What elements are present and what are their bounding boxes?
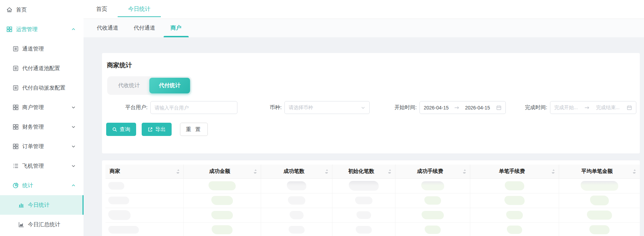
currency-select[interactable]: 请选择币种 — [284, 101, 370, 114]
table-cell — [183, 222, 261, 236]
doc-icon — [13, 65, 19, 71]
start-date-from[interactable]: 2026-04-15 — [424, 105, 449, 111]
chevron-up-icon — [71, 27, 76, 32]
sidebar-item-9[interactable]: 统计 — [0, 176, 84, 195]
sort-icon[interactable] — [388, 169, 392, 174]
sort-icon[interactable] — [176, 169, 180, 174]
table-row — [105, 222, 640, 236]
start-time-range-picker[interactable]: 2026-04-15 2026-04-15 — [419, 101, 506, 114]
primary-tab-0[interactable]: 首页 — [86, 0, 118, 18]
redacted-value — [587, 211, 612, 220]
secondary-tab-1[interactable]: 代付通道 — [134, 19, 155, 37]
sidebar-item-7[interactable]: 订单管理 — [0, 137, 84, 156]
query-button-label: 查询 — [120, 126, 130, 133]
table-cell — [470, 178, 559, 193]
sidebar-item-2[interactable]: 通道管理 — [0, 39, 84, 59]
export-icon — [148, 127, 153, 132]
sidebar-item-3[interactable]: 代付通道池配置 — [0, 59, 84, 78]
export-button-label: 导出 — [155, 126, 166, 133]
column-header-1[interactable]: 成功金额 — [183, 165, 261, 178]
redacted-value — [349, 181, 379, 191]
platform-user-input[interactable] — [155, 105, 233, 111]
chevron-down-icon — [71, 144, 76, 149]
column-label: 平均单笔金额 — [581, 168, 613, 174]
column-header-0[interactable]: 商家 — [105, 165, 183, 178]
range-arrow-icon — [584, 105, 590, 111]
redacted-value — [506, 211, 523, 219]
toggle-option-1[interactable]: 代付统计 — [149, 78, 190, 93]
sidebar-item-5[interactable]: 商户管理 — [0, 98, 84, 117]
sidebar-item-0[interactable]: 首页 — [0, 0, 84, 20]
sort-icon[interactable] — [325, 169, 329, 174]
sort-icon[interactable] — [552, 169, 556, 174]
finish-date-to-placeholder[interactable]: 完成结束... — [596, 105, 620, 111]
calendar-icon — [496, 105, 502, 111]
table-row — [105, 178, 640, 193]
search-icon — [112, 127, 117, 132]
sidebar-item-10[interactable]: 今日统计 — [0, 195, 84, 215]
table-cell — [183, 178, 261, 193]
table-row — [105, 193, 640, 208]
doc-icon — [13, 46, 19, 52]
reset-button[interactable]: 重 置 — [180, 123, 208, 136]
table-cell — [183, 193, 261, 208]
sidebar-item-label: 首页 — [16, 6, 27, 14]
query-button[interactable]: 查询 — [106, 123, 136, 136]
table-cell — [261, 178, 332, 193]
sidebar-item-label: 飞机管理 — [22, 162, 44, 170]
range-arrow-icon — [454, 105, 460, 111]
secondary-tab-2[interactable]: 商户 — [171, 19, 181, 37]
sidebar: 首页运营管理通道管理代付通道池配置代付自动派发配置商户管理财务管理订单管理飞机管… — [0, 0, 84, 236]
sidebar-item-11[interactable]: 今日汇总统计 — [0, 215, 84, 234]
sort-icon[interactable] — [254, 169, 258, 174]
redacted-value — [211, 196, 233, 205]
table-cell — [105, 222, 183, 236]
platform-user-field[interactable] — [150, 101, 237, 114]
table-cell — [332, 222, 395, 236]
sidebar-item-4[interactable]: 代付自动派发配置 — [0, 78, 84, 98]
toggle-option-0[interactable]: 代收统计 — [109, 78, 149, 93]
column-label: 成功笔数 — [284, 168, 305, 174]
column-header-6[interactable]: 平均单笔金额 — [559, 165, 640, 178]
sort-icon[interactable] — [463, 169, 467, 174]
start-date-to[interactable]: 2026-04-15 — [465, 105, 490, 111]
secondary-tab-0[interactable]: 代收通道 — [97, 19, 118, 37]
finish-date-from-placeholder[interactable]: 完成开始... — [554, 105, 578, 111]
platform-user-label: 平台用户: — [121, 104, 150, 111]
merchant-stats-table: 商家成功金额成功笔数初始化笔数成功手续费单笔手续费平均单笔金额 — [105, 165, 640, 236]
column-header-2[interactable]: 成功笔数 — [261, 165, 332, 178]
table-cell — [559, 178, 640, 193]
column-label: 初始化笔数 — [348, 168, 374, 174]
page-title: 商家统计 — [107, 61, 132, 69]
primary-tab-1[interactable]: 今日统计 — [118, 0, 161, 18]
redacted-value — [425, 226, 441, 234]
export-button[interactable]: 导出 — [142, 123, 172, 136]
column-header-4[interactable]: 成功手续费 — [395, 165, 470, 178]
column-label: 成功金额 — [209, 168, 230, 174]
redacted-value — [422, 211, 444, 219]
table-cell — [395, 222, 470, 236]
grid-icon — [13, 143, 19, 150]
sidebar-item-6[interactable]: 财务管理 — [0, 117, 84, 137]
column-header-5[interactable]: 单笔手续费 — [470, 165, 559, 178]
sidebar-item-8[interactable]: 飞机管理 — [0, 156, 84, 176]
sidebar-item-label: 代付自动派发配置 — [22, 84, 65, 92]
home-icon — [6, 7, 13, 13]
sidebar-item-label: 运营管理 — [16, 26, 38, 33]
grid-icon — [6, 26, 13, 32]
reset-button-label: 重 置 — [186, 126, 202, 133]
redacted-value — [108, 197, 129, 204]
sort-icon[interactable] — [633, 169, 637, 174]
table-cell — [332, 193, 395, 208]
calendar-icon — [627, 105, 632, 111]
finish-time-range-picker[interactable]: 完成开始... 完成结束... — [550, 101, 636, 114]
sidebar-item-1[interactable]: 运营管理 — [0, 20, 84, 39]
table-cell — [470, 222, 559, 236]
sidebar-item-label: 今日汇总统计 — [28, 221, 60, 228]
redacted-value — [421, 181, 444, 190]
chevron-down-icon — [361, 105, 366, 110]
sidebar-item-label: 订单管理 — [22, 143, 44, 150]
redacted-value — [356, 226, 372, 234]
table-cell — [559, 222, 640, 236]
column-header-3[interactable]: 初始化笔数 — [332, 165, 395, 178]
